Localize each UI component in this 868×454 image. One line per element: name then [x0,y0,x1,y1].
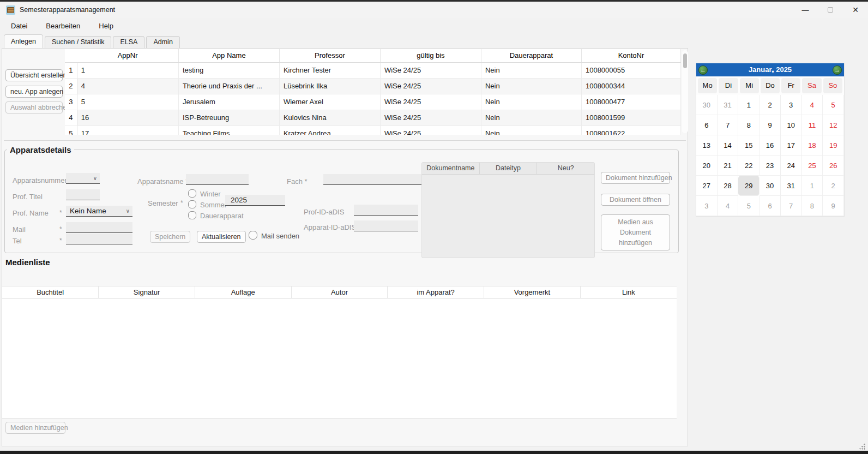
calendar-day[interactable]: 5 [738,196,760,216]
close-button[interactable]: ✕ [843,2,868,18]
calendar-day[interactable]: 7 [781,196,802,216]
calendar-day[interactable]: 6 [760,196,781,216]
calendar-day[interactable]: 4 [718,196,739,216]
calendar-day[interactable]: 2 [760,95,781,115]
prof-name-select[interactable]: Kein Name ∨ [66,206,132,217]
calendar-day[interactable]: 16 [760,135,781,156]
calendar-day[interactable]: 4 [802,95,823,115]
mail-input[interactable] [66,222,132,233]
tab-admin[interactable]: Admin [146,36,179,48]
menu-datei[interactable]: Datei [9,20,29,32]
apps-column-header[interactable]: AppNr [77,49,178,62]
calendar-day[interactable]: 18 [802,135,823,156]
menu-bearbeiten[interactable]: Bearbeiten [44,20,82,32]
medien-column-header[interactable]: Auflage [195,286,291,298]
sommer-radio[interactable] [188,200,196,208]
apps-column-header[interactable]: App Name [178,49,279,62]
calendar-prev-button[interactable]: ← [698,65,708,75]
medien-hinzufuegen-button[interactable]: Medien hinzufügen [5,422,65,434]
calendar-day[interactable]: 28 [718,176,739,196]
calendar-day[interactable]: 24 [781,156,802,176]
documents-column-header[interactable]: Dokumentname [422,163,480,175]
calendar-day[interactable]: 6 [696,115,718,135]
medien-column-header[interactable]: Buchtitel [2,286,99,298]
calendar-day[interactable]: 5 [823,95,844,115]
maximize-button[interactable] [818,2,843,18]
calendar-day[interactable]: 15 [738,135,760,156]
scrollbar-thumb[interactable] [683,53,687,68]
calendar-day[interactable]: 30 [696,95,718,115]
calendar-day[interactable]: 26 [823,156,844,176]
calendar-day[interactable]: 23 [760,156,781,176]
apps-column-header[interactable]: KontoNr [581,49,680,62]
table-row[interactable]: 416ISP-BetreuungKulovics NinaWiSe 24/25N… [65,110,681,126]
apps-column-header[interactable]: Dauerapparat [481,49,581,62]
calendar-day[interactable]: 17 [781,135,802,156]
calendar-day[interactable]: 21 [718,156,739,176]
calendar-day[interactable]: 27 [696,176,718,196]
calendar-day[interactable]: 10 [781,115,802,135]
dokument-oeffnen-button[interactable]: Dokument öffnen [601,194,670,206]
apps-table-scrollbar[interactable] [682,50,688,133]
apps-column-header[interactable]: Professor [279,49,380,62]
calendar-day[interactable]: 11 [802,115,823,135]
minimize-button[interactable]: — [793,2,818,18]
prof-titel-input[interactable] [66,189,100,200]
medien-column-header[interactable]: Autor [291,286,388,298]
titlebar[interactable]: Semesterapparatsmanagement — ✕ [0,2,868,18]
calendar-day[interactable]: 25 [802,156,823,176]
aktualisieren-button[interactable]: Aktualisieren [197,231,246,243]
speichern-button[interactable]: Speichern [150,231,190,243]
tel-input[interactable] [66,234,132,244]
medien-aus-dokument-button[interactable]: Medien aus Dokument hinzufügen [601,214,670,250]
table-row[interactable]: 35JerusalemWiemer AxelWiSe 24/25Nein1008… [65,94,681,110]
calendar-day[interactable]: 31 [718,95,739,115]
medien-column-header[interactable]: Link [580,286,677,298]
calendar-day[interactable]: 19 [823,135,844,156]
calendar-day[interactable]: 7 [718,115,739,135]
jahr-input[interactable]: 2025 [225,195,285,206]
calendar-day[interactable]: 12 [823,115,844,135]
documents-column-header[interactable]: Dateityp [480,163,538,175]
apparat-id-adis-input[interactable] [354,220,418,231]
medien-column-header[interactable]: Vorgemerkt [484,286,581,298]
calendar-day[interactable]: 30 [760,176,781,196]
table-row[interactable]: 24Theorie und Praxis der ...Lüsebrink Il… [65,78,681,94]
table-row[interactable]: 11testingKirchner TesterWiSe 24/25Nein10… [65,62,681,78]
calendar-day[interactable]: 13 [696,135,718,156]
auswahl-abbrechen-button[interactable]: Auswahl abbrechen [5,101,63,113]
documents-column-header[interactable]: Neu? [537,163,594,175]
medien-column-header[interactable]: im Apparat? [388,286,484,298]
calendar-day[interactable]: 2 [823,176,844,196]
tab-anlegen[interactable]: Anlegen [4,34,43,48]
resize-grip[interactable] [859,444,865,450]
apps-column-header[interactable]: gültig bis [380,49,481,62]
calendar-day[interactable]: 8 [802,196,823,216]
mail-senden-checkbox[interactable] [249,231,257,240]
tab-elsa[interactable]: ELSA [113,36,144,48]
medien-column-header[interactable]: Signatur [99,286,195,298]
calendar-day[interactable]: 3 [781,95,802,115]
winter-radio[interactable] [188,189,196,198]
calendar-day[interactable]: 31 [781,176,802,196]
calendar-day[interactable]: 20 [696,156,718,176]
calendar-day[interactable]: 3 [696,196,718,216]
uebersicht-erstellen-button[interactable]: Übersicht erstellen [5,69,63,81]
apparatsname-input[interactable] [186,174,249,185]
menu-help[interactable]: Help [97,20,116,32]
dauerapparat-radio[interactable] [188,211,196,219]
table-row[interactable]: 517Teaching FilmsKratzer AndreaWiSe 24/2… [65,126,681,135]
prof-id-adis-input[interactable] [354,205,418,216]
tab-suchen-statistik[interactable]: Suchen / Statistik [45,36,112,48]
calendar-day[interactable]: 8 [738,115,760,135]
calendar-day[interactable]: 29 [738,176,760,196]
calendar-day[interactable]: 14 [718,135,739,156]
neu-app-anlegen-button[interactable]: neu. App anlegen [5,86,63,98]
calendar-next-button[interactable]: → [833,65,842,75]
dokument-hinzufuegen-button[interactable]: Dokument hinzufügen [601,172,670,184]
calendar-day[interactable]: 22 [738,156,760,176]
calendar-day[interactable]: 1 [802,176,823,196]
calendar-day[interactable]: 9 [823,196,844,216]
calendar-day[interactable]: 9 [760,115,781,135]
calendar-day[interactable]: 1 [738,95,760,115]
